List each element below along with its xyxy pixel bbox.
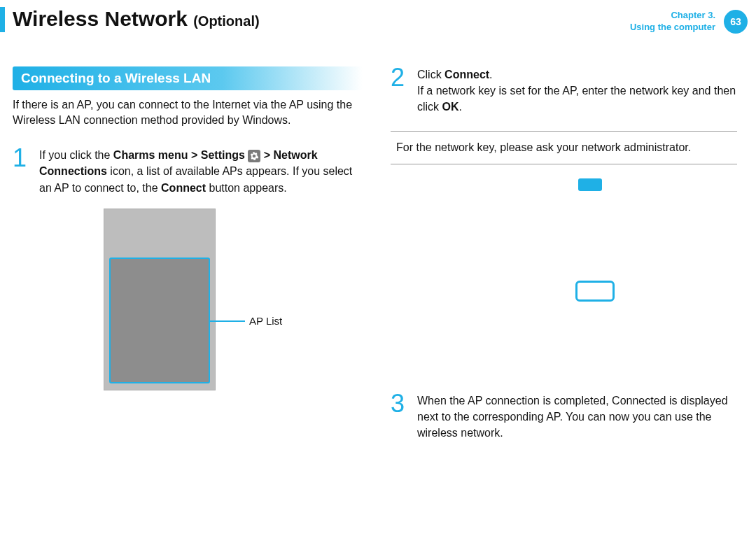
figure-ap-list-box <box>109 258 210 383</box>
right-column: 2 Click Connect. If a network key is set… <box>391 66 737 453</box>
left-column: Connecting to a Wireless LAN If there is… <box>13 66 363 390</box>
step-number: 3 <box>391 393 409 442</box>
callout-line <box>210 320 245 322</box>
note-box: For the network key, please ask your net… <box>391 131 737 164</box>
s2-l1c: . <box>489 69 492 80</box>
figure-toggle-icon <box>578 178 602 191</box>
s2-l1a: Click <box>417 69 444 80</box>
chapter-line: Chapter 3. <box>630 10 715 22</box>
title-optional: (Optional) <box>193 13 259 29</box>
section-intro: If there is an AP, you can connect to th… <box>13 97 363 127</box>
s2-l2c: . <box>459 101 462 113</box>
page-number-badge: 63 <box>724 10 748 34</box>
s2-l2a: If a network key is set for the AP, ente… <box>417 85 736 113</box>
figure-button-outline <box>575 281 615 302</box>
gear-icon <box>248 150 260 162</box>
step-1-body: If you click the Charms menu > Settings … <box>39 147 363 196</box>
step-number: 2 <box>391 66 409 115</box>
page-title: Wireless Network (Optional) <box>13 7 260 31</box>
s2-l2b: OK <box>442 101 459 113</box>
s1-bold3: Connect <box>161 182 206 194</box>
callout-label: AP List <box>249 315 282 327</box>
section-heading: Connecting to a Wireless LAN <box>13 66 363 90</box>
step-number: 1 <box>13 147 31 196</box>
accent-bar <box>0 7 5 32</box>
note-text: For the network key, please ask your net… <box>396 141 691 153</box>
s1-tail: button appears. <box>206 182 287 194</box>
s2-l1b: Connect <box>444 69 489 80</box>
step-2: 2 Click Connect. If a network key is set… <box>391 66 737 115</box>
step-3-body: When the AP connection is completed, Con… <box>417 393 737 442</box>
connect-figure <box>573 183 685 365</box>
page-number: 63 <box>730 16 741 27</box>
ap-list-figure: AP List <box>104 209 216 390</box>
chapter-label: Chapter 3. Using the computer <box>630 10 715 34</box>
title-main: Wireless Network <box>13 7 188 30</box>
step-3: 3 When the AP connection is completed, C… <box>391 393 737 442</box>
chapter-sub: Using the computer <box>630 22 715 34</box>
s1-pre: If you click the <box>39 149 113 161</box>
s1-bold1: Charms menu > Settings <box>113 149 245 161</box>
step-1: 1 If you click the Charms menu > Setting… <box>13 147 363 196</box>
step-2-body: Click Connect. If a network key is set f… <box>417 66 737 115</box>
